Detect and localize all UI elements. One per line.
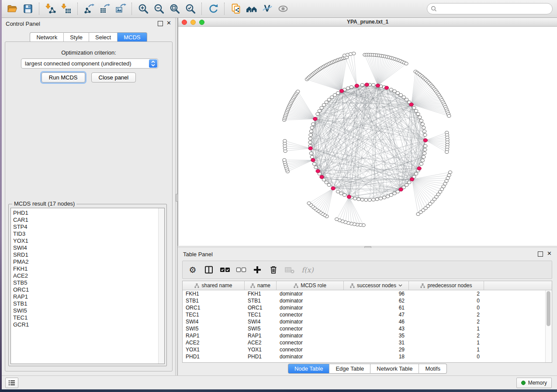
column-header-successor-nodes[interactable]: successor nodes [344,281,409,290]
cell-name: FKH1 [245,291,277,297]
search-box[interactable] [427,3,553,14]
column-header-MCDS-role[interactable]: MCDS role [277,281,344,290]
cell-successor: 29 [344,347,409,353]
tab-mcds[interactable]: MCDS [118,32,147,42]
deselect-all-columns-icon[interactable] [235,263,248,276]
cell-successor: 18 [344,354,409,360]
open-session-icon[interactable] [4,1,20,16]
close-panel-icon[interactable]: ✕ [166,20,171,26]
zoom-in-icon[interactable] [135,1,151,16]
save-session-icon[interactable] [20,1,36,16]
export-network-icon[interactable] [81,1,97,16]
mcds-result-item[interactable]: PMA2 [11,258,158,265]
mcds-result-item[interactable]: GCR1 [11,321,158,328]
mcds-result-item[interactable]: SWI4 [11,244,158,251]
table-row[interactable]: ACE2ACE2connector311 [183,339,546,346]
mcds-result-item[interactable]: ACE2 [11,272,158,279]
table-row[interactable]: SWI5SWI5connector431 [183,325,546,332]
zoom-selected-icon[interactable] [183,1,198,16]
task-history-button[interactable] [5,378,18,388]
tab-edge-table[interactable]: Edge Table [329,364,370,374]
tab-node-table[interactable]: Node Table [288,364,330,374]
cell-successor: 96 [344,291,409,297]
table-row[interactable]: FKH1FKH1dominator962 [183,290,546,297]
cell-mcds_role: connector [277,312,344,318]
column-header-predecessor-nodes[interactable]: predecessor nodes [409,281,484,290]
table-scrollbar-thumb[interactable] [547,291,550,326]
memory-button[interactable]: Memory [516,378,552,388]
mcds-result-item[interactable]: SRD1 [11,251,158,258]
mcds-result-item[interactable]: RAP1 [11,293,158,300]
table-row[interactable]: YOX1YOX1connector291 [183,346,546,353]
column-header-shared-name[interactable]: shared name [183,281,245,290]
show-columns-icon[interactable] [202,263,215,276]
export-table-icon[interactable] [97,1,113,16]
mcds-result-item[interactable]: TEC1 [11,314,158,321]
style-vizmapper-icon[interactable] [259,1,275,16]
cell-mcds_role: dominator [277,298,344,304]
mcds-result-list[interactable]: PHD1CAR1STP4TID3YOX1SWI4SRD1PMA2FKH1ACE2… [10,208,165,364]
cell-shared_name: FKH1 [183,291,245,297]
cell-name: YOX1 [245,347,277,353]
import-table-icon[interactable] [59,1,74,16]
optimization-criterion-select[interactable]: largest connected component (undirected) [21,58,158,69]
close-panel-button[interactable]: Close panel [91,72,136,83]
table-row[interactable]: ORC1ORC1dominator610 [183,304,546,311]
clone-network-icon[interactable] [228,1,244,16]
home-icon[interactable] [244,1,259,16]
cell-predecessor: 1 [409,347,484,353]
table-row[interactable]: RAP1RAP1dominator352 [183,332,546,339]
zoom-fit-icon[interactable] [167,1,183,16]
mcds-result-item[interactable]: STP4 [11,224,158,230]
table-row[interactable]: TEC1TEC1connector472 [183,311,546,318]
delete-column-icon[interactable] [267,263,280,276]
table-scrollbar[interactable] [545,290,552,362]
cell-shared_name: SWI5 [183,326,245,332]
zoom-out-icon[interactable] [151,1,167,16]
add-column-icon[interactable] [251,263,264,276]
network-title: YPA_prune.txt_1 [178,19,557,25]
tab-select[interactable]: Select [89,32,118,42]
toolbar-separator [201,3,202,15]
export-image-icon[interactable] [113,1,128,16]
node-table[interactable]: shared namenameMCDS rolesuccessor nodesp… [182,281,552,363]
table-row[interactable]: SWI4SWI4dominator462 [183,318,546,325]
status-bar: Memory [2,375,557,389]
main-toolbar [2,0,557,18]
import-network-icon[interactable] [43,1,59,16]
search-input[interactable] [437,5,549,12]
refresh-layout-icon[interactable] [205,1,221,16]
optimization-criterion-value: largest connected component (undirected) [21,60,149,67]
float-panel-icon[interactable] [158,21,163,26]
settings-gear-icon[interactable]: ⚙ [186,263,199,276]
mcds-result-item[interactable]: YOX1 [11,237,158,244]
mcds-list-scrollbar[interactable] [158,208,164,364]
mcds-result-item[interactable]: STB1 [11,300,158,307]
table-header-row: shared namenameMCDS rolesuccessor nodesp… [183,281,552,290]
mcds-result-item[interactable]: ORC1 [11,286,158,293]
select-all-columns-icon[interactable] [218,263,232,276]
network-canvas[interactable] [178,27,557,246]
tab-network[interactable]: Network [30,32,64,42]
mcds-result-item[interactable]: CAR1 [11,217,158,224]
network-titlebar[interactable]: YPA_prune.txt_1 [178,18,557,27]
close-panel-icon[interactable]: ✕ [547,251,552,257]
table-row[interactable]: STB1STB1dominator620 [183,297,546,304]
cell-predecessor: 2 [409,291,484,297]
mcds-result-item[interactable]: TID3 [11,230,158,237]
tab-motifs[interactable]: Motifs [419,364,447,374]
tab-style[interactable]: Style [64,32,89,42]
run-mcds-button[interactable]: Run MCDS [42,72,85,83]
mcds-result-item[interactable]: SWI5 [11,307,158,314]
tab-network-table[interactable]: Network Table [370,364,419,374]
table-panel: Table Panel ✕ ⚙ [178,248,557,376]
mcds-result-item[interactable]: PHD1 [11,210,158,217]
mcds-result-title: MCDS result (17 nodes) [12,200,76,207]
table-row[interactable]: PHD1PHD1dominator180 [183,353,546,360]
column-header-name[interactable]: name [245,281,277,290]
mcds-result-item[interactable]: FKH1 [11,265,158,272]
cell-shared_name: STB1 [183,298,245,304]
show-hide-graphics-icon[interactable] [275,1,291,16]
mcds-result-item[interactable]: STB5 [11,279,158,286]
float-panel-icon[interactable] [538,251,543,257]
